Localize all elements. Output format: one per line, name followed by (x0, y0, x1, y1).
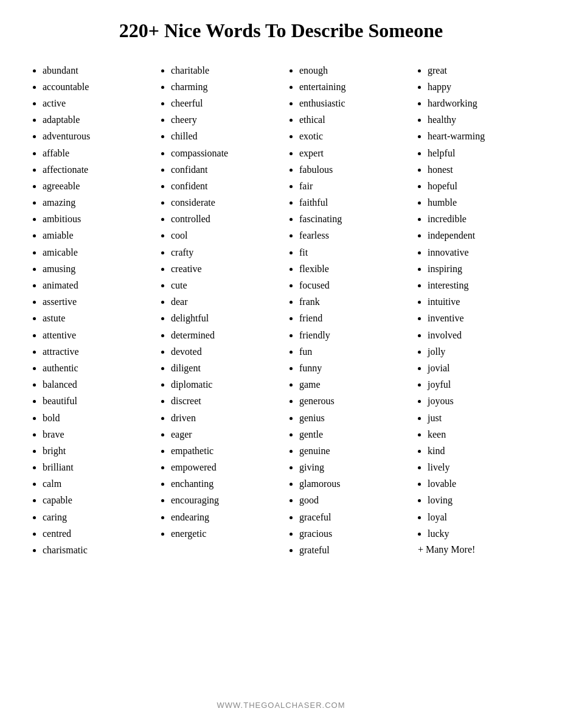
column-3: enoughentertainingenthusiasticethicalexo… (281, 62, 409, 688)
list-item: gracious (299, 525, 403, 542)
list-item: loving (428, 492, 532, 508)
word-list-3: enoughentertainingenthusiasticethicalexo… (287, 62, 403, 559)
list-item: diligent (171, 360, 275, 376)
list-item: funny (299, 360, 403, 376)
list-item: friendly (299, 327, 403, 343)
list-item: confidant (171, 161, 275, 178)
list-item: endearing (171, 509, 275, 525)
list-item: joyful (428, 376, 532, 393)
list-item: brave (43, 426, 147, 443)
list-item: kind (428, 443, 532, 459)
list-item: amiable (43, 227, 147, 243)
list-item: fascinating (299, 211, 403, 227)
column-2: charitablecharmingcheerfulcheerychilledc… (153, 62, 281, 688)
column-4: greathappyhardworkinghealthyheart-warmin… (409, 62, 538, 688)
list-item: empathetic (171, 443, 275, 459)
list-item: encouraging (171, 492, 275, 508)
list-item: bright (43, 443, 147, 459)
page-title: 220+ Nice Words To Describe Someone (24, 18, 538, 44)
list-item: genuine (299, 443, 403, 459)
list-item: agreeable (43, 178, 147, 194)
list-item: centred (43, 525, 147, 542)
list-item: confident (171, 178, 275, 194)
columns-container: abundantaccountableactiveadaptableadvent… (24, 62, 538, 688)
list-item: balanced (43, 376, 147, 393)
list-item: game (299, 376, 403, 393)
list-item: cute (171, 277, 275, 293)
list-item: exotic (299, 128, 403, 144)
list-item: brilliant (43, 459, 147, 475)
word-list-4: greathappyhardworkinghealthyheart-warmin… (415, 62, 532, 542)
list-item: inventive (428, 310, 532, 326)
list-item: gentle (299, 426, 403, 443)
footer: WWW.THEGOALCHASER.COM (24, 701, 538, 716)
list-item: joyous (428, 393, 532, 409)
list-item: caring (43, 509, 147, 525)
list-item: dear (171, 293, 275, 310)
list-item: giving (299, 459, 403, 475)
list-item: animated (43, 277, 147, 293)
word-list-1: abundantaccountableactiveadaptableadvent… (30, 62, 147, 559)
page-container: 220+ Nice Words To Describe Someone abun… (0, 0, 562, 728)
list-item: attractive (43, 343, 147, 360)
list-item: enchanting (171, 475, 275, 492)
list-item: happy (428, 79, 532, 95)
list-item: amazing (43, 194, 147, 211)
list-item: faithful (299, 194, 403, 211)
list-item: focused (299, 277, 403, 293)
list-item: cheerful (171, 95, 275, 111)
list-item: enough (299, 62, 403, 79)
list-item: helpful (428, 145, 532, 161)
list-item: lucky (428, 525, 532, 542)
list-item: generous (299, 393, 403, 409)
list-item: devoted (171, 343, 275, 360)
list-item: astute (43, 310, 147, 326)
list-item: flexible (299, 261, 403, 277)
list-item: abundant (43, 62, 147, 79)
list-item: charitable (171, 62, 275, 79)
list-item: honest (428, 161, 532, 178)
list-item: ethical (299, 111, 403, 128)
list-item: fair (299, 178, 403, 194)
column-1: abundantaccountableactiveadaptableadvent… (24, 62, 153, 688)
list-item: innovative (428, 244, 532, 261)
list-item: controlled (171, 211, 275, 227)
list-item: involved (428, 327, 532, 343)
list-item: active (43, 95, 147, 111)
list-item: hopeful (428, 178, 532, 194)
list-item: hardworking (428, 95, 532, 111)
list-item: glamorous (299, 475, 403, 492)
list-item: jovial (428, 360, 532, 376)
list-item: healthy (428, 111, 532, 128)
list-item: delightful (171, 310, 275, 326)
list-item: affectionate (43, 161, 147, 178)
list-item: inspiring (428, 261, 532, 277)
list-item: cheery (171, 111, 275, 128)
list-item: adventurous (43, 128, 147, 144)
list-item: beautiful (43, 393, 147, 409)
list-item: genius (299, 410, 403, 426)
list-item: attentive (43, 327, 147, 343)
list-item: loyal (428, 509, 532, 525)
list-item: eager (171, 426, 275, 443)
list-item: jolly (428, 343, 532, 360)
list-item: enthusiastic (299, 95, 403, 111)
list-item: assertive (43, 293, 147, 310)
list-item: amicable (43, 244, 147, 261)
list-item: crafty (171, 244, 275, 261)
list-item: authentic (43, 360, 147, 376)
list-item: lively (428, 459, 532, 475)
list-item: expert (299, 145, 403, 161)
list-item: keen (428, 426, 532, 443)
list-item: heart-warming (428, 128, 532, 144)
list-item: calm (43, 475, 147, 492)
more-text: + Many More! (415, 544, 532, 555)
list-item: cool (171, 227, 275, 243)
list-item: interesting (428, 277, 532, 293)
list-item: affable (43, 145, 147, 161)
list-item: charming (171, 79, 275, 95)
list-item: humble (428, 194, 532, 211)
list-item: discreet (171, 393, 275, 409)
list-item: great (428, 62, 532, 79)
list-item: lovable (428, 475, 532, 492)
